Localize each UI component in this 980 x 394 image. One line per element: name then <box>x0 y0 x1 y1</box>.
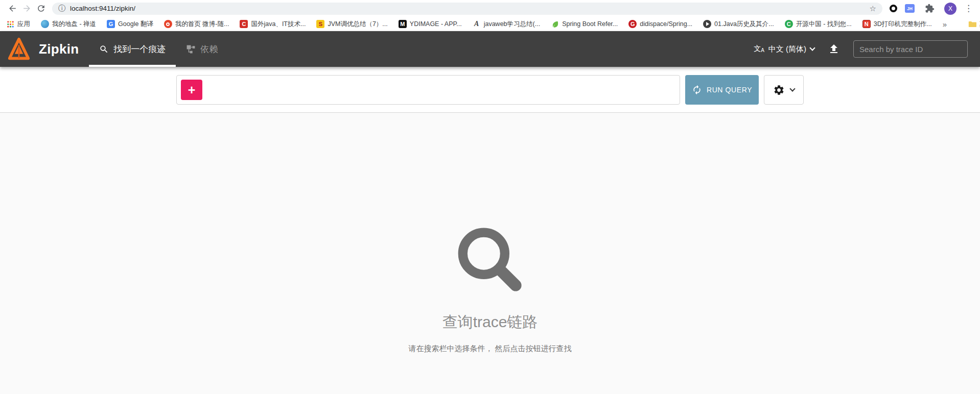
bookmarks-overflow-chevron[interactable]: » <box>943 20 947 29</box>
bookmark-label: Spring Boot Refer... <box>562 20 618 28</box>
gitee-favicon: G <box>628 20 637 28</box>
bookmark-item[interactable]: M YDIMAGE - APP... <box>399 20 462 28</box>
extension-ring-icon[interactable] <box>890 5 897 12</box>
search-icon <box>101 45 108 53</box>
google-translate-favicon: G <box>107 20 115 28</box>
gear-icon <box>773 84 785 96</box>
bookmark-label: didispace/Spring... <box>640 20 692 28</box>
language-label: 中文 (简体) <box>768 44 806 54</box>
run-query-button[interactable]: RUN QUERY <box>685 75 759 105</box>
tab-label: 依赖 <box>200 43 218 55</box>
back-icon[interactable] <box>5 2 19 16</box>
bookmark-label: 开源中国 - 找到您... <box>796 20 852 29</box>
bookmark-item[interactable]: 我的首页 微博-随... <box>164 20 229 29</box>
forward-icon[interactable] <box>19 2 34 16</box>
javaweb-favicon: A <box>473 20 481 28</box>
other-bookmarks[interactable]: 其他书签 <box>968 20 980 29</box>
chevron-down-icon <box>809 45 815 51</box>
empty-state-subtitle: 请在搜索栏中选择条件， 然后点击按钮进行查找 <box>408 344 571 354</box>
bookmark-star-icon[interactable]: ☆ <box>870 4 876 13</box>
bookmarks-bar: 应用 我的地盘 - 禅道 G Google 翻译 我的首页 微博-随... C … <box>0 17 980 31</box>
run-query-label: RUN QUERY <box>707 86 752 94</box>
apps-grid-icon <box>6 20 14 28</box>
tab-dependencies[interactable]: 依赖 <box>176 31 228 67</box>
bookmark-item[interactable]: 我的地盘 - 禅道 <box>41 20 96 29</box>
tab-find-a-trace[interactable]: 找到一个痕迹 <box>89 31 176 67</box>
bookmark-item[interactable]: C 国外java、IT技术... <box>240 20 306 29</box>
trace-id-search-input[interactable] <box>853 40 968 58</box>
zipkin-navbar: Zipkin 找到一个痕迹 依赖 文A 中文 (简体) <box>0 31 980 67</box>
navbar-right: 文A 中文 (简体) <box>754 31 980 67</box>
bookmark-item[interactable]: S JVM调优总结（7）... <box>316 20 387 29</box>
brand-title[interactable]: Zipkin <box>39 41 79 57</box>
nav-tabs: 找到一个痕迹 依赖 <box>89 31 228 67</box>
bookmark-label: JVM调优总结（7）... <box>328 20 387 29</box>
ydimage-favicon: M <box>399 20 407 28</box>
refresh-icon <box>692 85 702 95</box>
add-criterion-button[interactable]: + <box>181 80 202 100</box>
query-row: + RUN QUERY <box>176 67 804 105</box>
bookmark-item[interactable]: C 开源中国 - 找到您... <box>785 20 852 29</box>
search-criteria-box[interactable]: + <box>176 75 680 105</box>
tab-label: 找到一个痕迹 <box>113 43 166 55</box>
dependency-graph-icon <box>186 44 196 54</box>
weibo-favicon <box>164 20 172 28</box>
csdn-favicon: C <box>240 20 248 28</box>
empty-state-title: 查询trace链路 <box>442 312 538 333</box>
zipkin-logo-icon[interactable] <box>8 37 30 61</box>
query-settings-button[interactable] <box>764 75 804 105</box>
browser-toolbar: ⓘ localhost:9411/zipkin/ ☆ JH X ⋮ <box>0 0 980 17</box>
profile-avatar[interactable]: X <box>944 3 956 15</box>
spring-leaf-favicon <box>551 20 559 28</box>
oschina-favicon: C <box>785 20 793 28</box>
empty-state: 查询trace链路 请在搜索栏中选择条件， 然后点击按钮进行查找 <box>0 113 980 394</box>
extensions-puzzle-icon[interactable] <box>922 2 937 16</box>
bookmark-label: javaweb学习总结(... <box>484 20 540 29</box>
browser-menu-icon[interactable]: ⋮ <box>964 3 973 14</box>
browser-actions: JH X ⋮ <box>890 2 975 16</box>
upload-trace-icon[interactable] <box>828 43 840 55</box>
arrow-circle-favicon <box>703 20 711 28</box>
folder-icon <box>968 20 976 28</box>
language-selector[interactable]: 文A 中文 (简体) <box>754 44 814 54</box>
bookmark-item[interactable]: A javaweb学习总结(... <box>473 20 540 29</box>
bookmark-label: YDIMAGE - APP... <box>410 20 462 28</box>
large-search-icon <box>451 224 529 299</box>
bookmark-label: 我的地盘 - 禅道 <box>52 20 96 29</box>
chevron-down-icon <box>789 86 795 91</box>
site-info-icon[interactable]: ⓘ <box>58 4 65 13</box>
query-section: + RUN QUERY <box>0 67 980 113</box>
bookmark-item[interactable]: N 3D打印机完整制作... <box>862 20 932 29</box>
jvm-favicon: S <box>316 20 324 28</box>
globe-favicon <box>41 20 49 28</box>
netease-favicon: N <box>862 20 871 28</box>
bookmark-item[interactable]: G didispace/Spring... <box>628 20 692 28</box>
reload-icon[interactable] <box>34 2 48 16</box>
jh-extension-icon[interactable]: JH <box>905 4 915 13</box>
bookmark-label: 应用 <box>17 20 30 29</box>
address-bar[interactable]: ⓘ localhost:9411/zipkin/ ☆ <box>52 3 882 15</box>
url-text[interactable]: localhost:9411/zipkin/ <box>70 5 135 12</box>
bookmark-label: 我的首页 微博-随... <box>175 20 229 29</box>
bookmark-item[interactable]: 01.Java历史及其介... <box>703 20 774 29</box>
bookmark-item[interactable]: G Google 翻译 <box>107 20 153 29</box>
bookmark-item[interactable]: Spring Boot Refer... <box>551 20 618 28</box>
apps-shortcut[interactable]: 应用 <box>6 20 30 29</box>
translate-icon: 文A <box>754 44 764 54</box>
bookmark-label: 国外java、IT技术... <box>251 20 306 29</box>
bookmark-label: 01.Java历史及其介... <box>714 20 774 29</box>
bookmark-label: Google 翻译 <box>118 20 153 29</box>
bookmark-label: 3D打印机完整制作... <box>874 20 932 29</box>
